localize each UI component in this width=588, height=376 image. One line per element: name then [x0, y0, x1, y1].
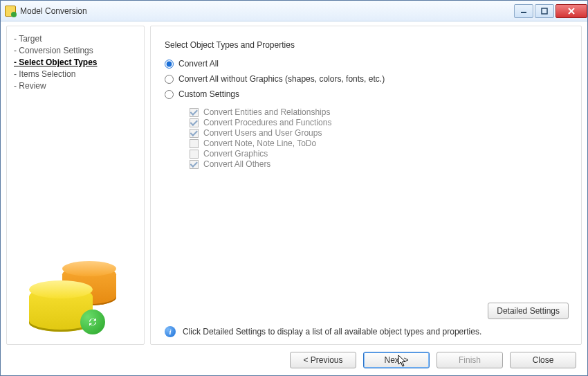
wizard-step-target[interactable]: Target — [14, 33, 137, 45]
refresh-icon — [80, 310, 105, 334]
checkbox-icon — [190, 118, 199, 127]
info-icon: i — [165, 326, 176, 337]
titlebar[interactable]: Model Conversion — [1, 1, 587, 21]
wizard-step-review[interactable]: Review — [14, 80, 137, 92]
radio-convert-all-input[interactable] — [165, 60, 174, 69]
checkbox-icon — [190, 129, 199, 138]
checkbox-icon — [190, 108, 199, 117]
radio-custom-settings-label[interactable]: Custom Settings — [178, 89, 239, 99]
checkbox-label: Convert Note, Note Line, ToDo — [203, 138, 316, 148]
checkbox-label: Convert Entities and Relationships — [203, 107, 330, 117]
checkbox-row: Convert Graphics — [190, 149, 570, 159]
detailed-settings-button[interactable]: Detailed Settings — [488, 303, 569, 319]
main-panel: Select Object Types and Properties Conve… — [150, 26, 582, 345]
window-controls — [514, 4, 587, 18]
maximize-icon — [541, 8, 548, 15]
wizard-step-conversion-settings[interactable]: Conversion Settings — [14, 45, 137, 57]
wizard-step-select-object-types[interactable]: Select Object Types — [14, 57, 137, 69]
wizard-button-bar: < Previous Next > Finish Close — [6, 345, 582, 373]
checkbox-icon — [190, 150, 199, 159]
checkbox-row: Convert Note, Note Line, ToDo — [190, 138, 570, 148]
radio-custom-settings-input[interactable] — [165, 90, 174, 99]
checkbox-row: Convert Entities and Relationships — [190, 107, 570, 117]
checkbox-row: Convert Procedures and Functions — [190, 118, 570, 127]
wizard-nav-panel: TargetConversion SettingsSelect Object T… — [6, 26, 145, 345]
close-icon — [567, 8, 576, 15]
info-row: i Click Detailed Settings to display a l… — [162, 326, 570, 337]
checkbox-row: Convert All Others — [190, 159, 570, 169]
custom-checkbox-group: Convert Entities and RelationshipsConver… — [190, 107, 570, 170]
dialog-window: Model Conversion TargetConversion Settin… — [0, 0, 588, 376]
radio-convert-no-graphics-label[interactable]: Convert All without Graphics (shapes, co… — [178, 74, 385, 84]
radio-convert-no-graphics[interactable]: Convert All without Graphics (shapes, co… — [165, 74, 570, 84]
window-title: Model Conversion — [20, 6, 87, 16]
close-window-button[interactable] — [555, 4, 587, 18]
checkbox-icon — [190, 139, 199, 148]
checkbox-label: Convert Users and User Groups — [203, 128, 322, 138]
minimize-icon — [520, 8, 527, 15]
maximize-button[interactable] — [535, 4, 554, 18]
radio-convert-all-label[interactable]: Convert All — [178, 59, 219, 69]
checkbox-icon — [190, 160, 199, 169]
finish-button[interactable]: Finish — [437, 352, 503, 368]
radio-convert-no-graphics-input[interactable] — [165, 75, 174, 84]
wizard-step-items-selection[interactable]: Items Selection — [14, 69, 137, 80]
next-button[interactable]: Next > — [363, 352, 430, 368]
previous-button[interactable]: < Previous — [290, 352, 356, 368]
content-area: TargetConversion SettingsSelect Object T… — [1, 21, 587, 375]
radio-convert-all[interactable]: Convert All — [165, 59, 570, 69]
section-title: Select Object Types and Properties — [165, 40, 570, 50]
checkbox-label: Convert Graphics — [203, 149, 268, 159]
info-text: Click Detailed Settings to display a lis… — [183, 327, 481, 337]
decorative-graphic — [14, 254, 137, 337]
wizard-steps-list: TargetConversion SettingsSelect Object T… — [14, 33, 137, 92]
close-button[interactable]: Close — [510, 352, 576, 368]
panels: TargetConversion SettingsSelect Object T… — [6, 26, 582, 345]
checkbox-label: Convert Procedures and Functions — [203, 118, 331, 127]
checkbox-row: Convert Users and User Groups — [190, 128, 570, 138]
svg-rect-1 — [542, 8, 547, 14]
app-icon — [5, 6, 16, 17]
minimize-button[interactable] — [514, 4, 533, 18]
checkbox-label: Convert All Others — [203, 159, 270, 169]
radio-custom-settings[interactable]: Custom Settings — [165, 89, 570, 99]
